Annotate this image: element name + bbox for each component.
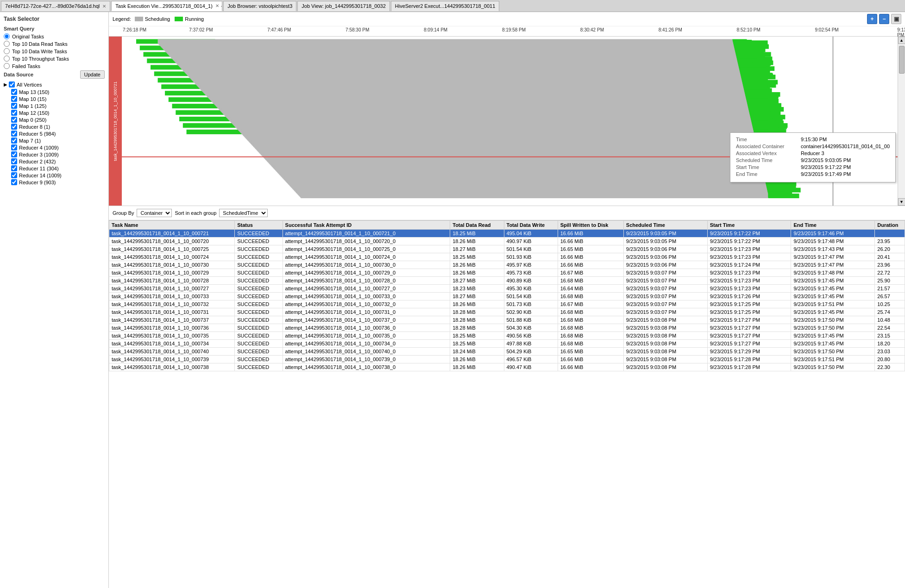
radio-top10-write[interactable]: Top 10 Data Write Tasks: [4, 48, 105, 54]
cell-15-4: 504.29 KiB: [504, 348, 558, 356]
vertex-item-7[interactable]: Map 7 (1): [4, 138, 105, 144]
table-row[interactable]: task_1442995301718_0014_1_10_000734SUCCE…: [109, 340, 905, 348]
vertex-checkbox-11[interactable]: [11, 165, 17, 171]
group-by-select[interactable]: Container: [137, 209, 172, 217]
cell-9-1: SUCCEEDED: [235, 300, 283, 308]
v-scrollbar[interactable]: ▲ ▼: [898, 37, 905, 206]
vertex-checkbox-3[interactable]: [11, 110, 17, 116]
vertex-item-1[interactable]: Map 10 (15): [4, 96, 105, 102]
radio-failed-tasks-input[interactable]: [4, 63, 10, 69]
zoom-plus-button[interactable]: +: [867, 14, 877, 24]
vertex-item-2[interactable]: Map 1 (125): [4, 103, 105, 109]
update-button[interactable]: Update: [80, 70, 105, 79]
cell-8-8: 9/23/2015 9:17:45 PM: [791, 293, 875, 300]
cell-5-4: 495.73 KiB: [504, 269, 558, 277]
tab-file[interactable]: 7eH8d712-72ce-427...-89d03e76da1d.hql ✕: [1, 1, 110, 11]
table-row[interactable]: task_1442995301718_0014_1_10_000736SUCCE…: [109, 324, 905, 332]
vertex-item-0[interactable]: Map 13 (150): [4, 89, 105, 95]
radio-top10-read[interactable]: Top 10 Data Read Tasks: [4, 41, 105, 47]
tab-file-close[interactable]: ✕: [102, 4, 106, 9]
table-row[interactable]: task_1442995301718_0014_1_10_000727SUCCE…: [109, 285, 905, 293]
cell-13-8: 9/23/2015 9:17:45 PM: [791, 332, 875, 340]
table-row[interactable]: task_1442995301718_0014_1_10_000737SUCCE…: [109, 316, 905, 324]
zoom-minus-button[interactable]: −: [879, 14, 889, 24]
cell-0-6: 9/23/2015 9:03:05 PM: [623, 230, 707, 238]
vertex-label-6: Reducer 5 (984): [19, 131, 56, 137]
table-row[interactable]: task_1442995301718_0014_1_10_000733SUCCE…: [109, 293, 905, 300]
tab-task-execution[interactable]: Task Execution Vie...2995301718_0014_1) …: [111, 1, 222, 11]
time-label-4: 8:09:14 PM: [424, 27, 447, 32]
vertex-checkbox-2[interactable]: [11, 103, 17, 109]
cell-15-0: task_1442995301718_0014_1_10_000740: [109, 348, 235, 356]
tree-expand-icon[interactable]: ▶: [4, 82, 7, 87]
tab-bar: 7eH8d712-72ce-427...-89d03e76da1d.hql ✕ …: [0, 0, 905, 12]
cell-16-0: task_1442995301718_0014_1_10_000739: [109, 356, 235, 363]
vertex-checkbox-1[interactable]: [11, 96, 17, 102]
radio-failed-tasks[interactable]: Failed Tasks: [4, 63, 105, 69]
vertex-checkbox-13[interactable]: [11, 179, 17, 185]
tab-job-browser-label: Job Browser: vstoolpichtest3: [227, 3, 292, 9]
table-row[interactable]: task_1442995301718_0014_1_10_000738SUCCE…: [109, 363, 905, 371]
vertex-all-parent[interactable]: ▶ All Vertices: [4, 81, 105, 88]
vertex-checkbox-4[interactable]: [11, 117, 17, 123]
timeline-option-button[interactable]: ▣: [891, 14, 901, 24]
cell-8-4: 501.54 KiB: [504, 293, 558, 300]
col-header-2: Successful Task Attempt ID: [283, 221, 450, 230]
radio-top10-throughput-input[interactable]: [4, 56, 10, 62]
radio-original-tasks-input[interactable]: [4, 33, 10, 39]
tab-job-view[interactable]: Job View: job_1442995301718_0032: [297, 1, 390, 11]
scroll-thumb[interactable]: [899, 46, 905, 74]
vertex-checkbox-8[interactable]: [11, 144, 17, 150]
cell-4-8: 9/23/2015 9:17:47 PM: [791, 261, 875, 269]
tab-job-browser[interactable]: Job Browser: vstoolpichtest3: [223, 1, 296, 11]
vertex-label-10: Reducer 2 (432): [19, 159, 56, 164]
vertex-checkbox-6[interactable]: [11, 131, 17, 137]
table-row[interactable]: task_1442995301718_0014_1_10_000732SUCCE…: [109, 300, 905, 308]
scroll-down-btn[interactable]: ▼: [898, 198, 905, 206]
cell-7-0: task_1442995301718_0014_1_10_000727: [109, 285, 235, 293]
radio-top10-read-input[interactable]: [4, 41, 10, 47]
table-row[interactable]: task_1442995301718_0014_1_10_000740SUCCE…: [109, 348, 905, 356]
vertex-all-checkbox[interactable]: [9, 81, 15, 88]
vertex-checkbox-5[interactable]: [11, 124, 17, 130]
vertex-item-10[interactable]: Reducer 2 (432): [4, 158, 105, 164]
controls-bar: Group By Container Sort in each group Sc…: [109, 206, 905, 220]
cell-8-5: 16.68 MiB: [558, 293, 623, 300]
radio-top10-write-input[interactable]: [4, 48, 10, 54]
cell-1-4: 490.97 KiB: [504, 238, 558, 245]
tab-hiveserver[interactable]: HiveServer2 Execut...1442995301718_0011: [391, 1, 500, 11]
tooltip-start-label: Start Time: [736, 164, 801, 170]
cell-3-2: attempt_1442995301718_0014_1_10_000724_0: [283, 253, 450, 261]
vertex-item-12[interactable]: Reducer 14 (1009): [4, 172, 105, 178]
cell-12-3: 18.28 MiB: [450, 324, 504, 332]
vertex-checkbox-0[interactable]: [11, 89, 17, 95]
vertex-checkbox-7[interactable]: [11, 138, 17, 144]
vertex-item-5[interactable]: Reducer 8 (1): [4, 124, 105, 130]
table-row[interactable]: task_1442995301718_0014_1_10_000721SUCCE…: [109, 230, 905, 238]
table-row[interactable]: task_1442995301718_0014_1_10_000725SUCCE…: [109, 245, 905, 253]
radio-original-tasks[interactable]: Original Tasks: [4, 33, 105, 39]
vertex-item-6[interactable]: Reducer 5 (984): [4, 131, 105, 137]
table-row[interactable]: task_1442995301718_0014_1_10_000731SUCCE…: [109, 308, 905, 316]
add-tab-btn[interactable]: +: [221, 2, 222, 10]
vertex-item-13[interactable]: Reducer 9 (903): [4, 179, 105, 185]
table-row[interactable]: task_1442995301718_0014_1_10_000728SUCCE…: [109, 277, 905, 285]
vertex-checkbox-12[interactable]: [11, 172, 17, 178]
radio-top10-throughput[interactable]: Top 10 Throughput Tasks: [4, 56, 105, 62]
vertex-item-4[interactable]: Map 0 (250): [4, 117, 105, 123]
vertex-item-8[interactable]: Reducer 4 (1009): [4, 144, 105, 150]
table-row[interactable]: task_1442995301718_0014_1_10_000730SUCCE…: [109, 261, 905, 269]
table-row[interactable]: task_1442995301718_0014_1_10_000720SUCCE…: [109, 238, 905, 245]
table-row[interactable]: task_1442995301718_0014_1_10_000729SUCCE…: [109, 269, 905, 277]
vertex-item-3[interactable]: Map 12 (150): [4, 110, 105, 116]
sort-select[interactable]: ScheduledTime: [219, 209, 268, 217]
vertex-item-9[interactable]: Reducer 3 (1009): [4, 151, 105, 157]
scroll-up-btn[interactable]: ▲: [898, 37, 905, 44]
table-row[interactable]: task_1442995301718_0014_1_10_000739SUCCE…: [109, 356, 905, 363]
table-row[interactable]: task_1442995301718_0014_1_10_000724SUCCE…: [109, 253, 905, 261]
vertex-checkbox-9[interactable]: [11, 151, 17, 157]
vertex-item-11[interactable]: Reducer 11 (304): [4, 165, 105, 171]
table-row[interactable]: task_1442995301718_0014_1_10_000735SUCCE…: [109, 332, 905, 340]
vertex-checkbox-10[interactable]: [11, 158, 17, 164]
tab-task-execution-close[interactable]: ✕: [215, 3, 219, 8]
